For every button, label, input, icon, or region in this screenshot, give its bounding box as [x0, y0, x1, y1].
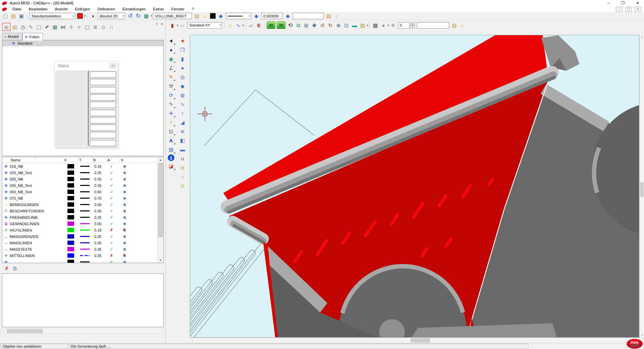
style-folder-icon[interactable]: ▤ [325, 12, 332, 20]
visible-eye-icon[interactable]: ◉ [120, 247, 133, 251]
iso-box-button[interactable]: ◇ [100, 23, 107, 31]
edit-page-button[interactable]: ▢ [35, 23, 43, 31]
visible-eye-icon[interactable]: ◉ [120, 209, 133, 213]
mdi-restore-button[interactable]: ❐ [625, 7, 632, 12]
mdi-close-button[interactable]: ✕ [635, 7, 641, 12]
layer-color-swatch[interactable] [67, 253, 74, 258]
render-mode-button[interactable]: ▧ [359, 21, 366, 29]
zoom-plane-button[interactable]: ⧉ [294, 21, 302, 29]
grid-settings-button[interactable]: ▩ [143, 12, 150, 20]
viewport-scroll-up-icon[interactable]: ˄ [640, 35, 644, 40]
layer-row[interactable]: ≣GEWINDELINIEN0.00✓◉ [2, 220, 163, 227]
pan-hand-button[interactable]: ✥ [311, 21, 318, 29]
history-button[interactable]: ◷ [19, 23, 26, 31]
viewport-scroll-down-icon[interactable]: ˅ [640, 333, 644, 338]
solid-spring-tool[interactable]: ≋ [178, 127, 187, 136]
active-check-icon[interactable]: ✓ [106, 164, 120, 169]
solid-wedge-tool[interactable]: ◢ [178, 118, 187, 127]
boolean-common-tool[interactable]: ⊙ [178, 182, 187, 190]
line-style-combo[interactable]: ˅ [226, 13, 251, 19]
workplane-erase-button[interactable]: ▱ [247, 21, 255, 29]
active-check-icon[interactable]: ✓ [106, 177, 120, 182]
view-3d-button[interactable]: 3D [277, 21, 285, 29]
menu-item-2[interactable]: Ansicht [55, 7, 67, 11]
layer-linetype-sample[interactable] [80, 230, 90, 231]
solid-loft-tool[interactable]: ≀ [178, 109, 187, 117]
layer-linetype-sample[interactable] [80, 172, 90, 173]
centerline-tool[interactable]: ✛ [167, 109, 175, 117]
hidden-eye-icon[interactable]: ◉✕ [120, 228, 133, 232]
panel-collapse-icon[interactable]: ˅ [156, 22, 158, 26]
spinner-up-icon[interactable]: ▲ [410, 22, 415, 26]
col-color[interactable]: F [63, 157, 78, 163]
layer-row[interactable]: ❖070_NB0.70✓◉ [2, 195, 163, 201]
layer-row[interactable]: ✎BESCHRIFTUNGEN0.35✓◉ [2, 208, 163, 214]
chevron-down-icon[interactable]: ▾ [177, 24, 178, 27]
layer-color-swatch[interactable] [67, 202, 74, 207]
screw-button[interactable]: ≣ [92, 23, 99, 31]
modify-tools-tool[interactable]: ⚒ [167, 82, 175, 90]
table-scrollbar[interactable]: ▲ ▼ [157, 157, 163, 263]
layer-color-swatch[interactable] [67, 164, 74, 168]
current-color-button[interactable]: ▾ [76, 13, 86, 19]
viewport-scroll-left-icon[interactable]: ‹ [190, 338, 195, 343]
viewport-vscroll-thumb[interactable] [640, 182, 644, 197]
select-region-button[interactable]: ▣ [2, 23, 10, 31]
zoom-previous-button[interactable]: ↺ [319, 21, 326, 29]
layer-color-swatch[interactable] [67, 170, 74, 175]
boolean-subtract-tool[interactable]: ⊖ [178, 163, 187, 172]
grid-settings-button-group[interactable]: ▩▾ [142, 12, 152, 20]
chevron-down-icon[interactable]: ▾ [84, 14, 86, 17]
visible-eye-icon[interactable]: ◉ [120, 170, 133, 175]
layer-color-swatch[interactable] [67, 215, 74, 219]
layer-color-swatch[interactable] [67, 247, 74, 251]
contrast-display-icon[interactable]: ◑ [89, 12, 96, 20]
panel-close-icon[interactable]: ✕ [161, 22, 163, 26]
layer-color-swatch[interactable] [67, 221, 74, 226]
message-box[interactable] [2, 273, 164, 327]
solid-torus-tool[interactable]: ◎ [178, 73, 187, 81]
layer-color-swatch[interactable] [67, 183, 74, 188]
attribute-field[interactable] [293, 13, 324, 19]
wire-cube-button[interactable]: ▢ [84, 23, 91, 31]
workplane-icon[interactable]: ▱ [178, 21, 186, 29]
active-check-icon[interactable]: ✓ [106, 202, 120, 207]
table-scroll-thumb[interactable] [158, 163, 163, 237]
chevron-down-icon[interactable]: ˅ [121, 14, 124, 18]
layer-row[interactable]: ❖025_NB_Text0.25✓◉ [2, 169, 163, 176]
layer-row[interactable]: ✛MITTELLINIEN0.35✗◉✕ [2, 252, 163, 259]
col-linetype[interactable]: T [78, 157, 92, 163]
viewport-vscrollbar[interactable]: ˄ ˅ [639, 35, 644, 338]
helper-pencil-button[interactable]: ✐ [43, 23, 51, 31]
active-check-icon[interactable]: ✓ [106, 247, 120, 252]
regenerate-tool[interactable]: ⟳ [167, 91, 175, 99]
pen-color-swatch[interactable] [210, 13, 216, 19]
scroll-down-icon[interactable]: ▼ [158, 257, 163, 263]
render-roller-button[interactable]: ▬ [351, 21, 358, 29]
info-tool[interactable]: ℹ [168, 154, 174, 161]
boolean-intersect-tool[interactable]: ∩ [178, 172, 187, 181]
scene-assistant-icon[interactable]: ☼ [459, 21, 466, 29]
viewport-hscroll-thumb[interactable] [411, 338, 430, 343]
chevron-down-icon[interactable]: ▾ [367, 24, 368, 27]
layer-color-swatch[interactable] [67, 190, 74, 194]
status-close-icon[interactable]: ✕ [110, 63, 116, 68]
layer-linetype-sample[interactable] [80, 249, 90, 250]
panel-scroll-thumb[interactable] [7, 329, 43, 333]
hidden-eye-icon[interactable]: ◉✕ [120, 253, 133, 258]
minimize-button[interactable]: – [607, 1, 609, 5]
section-view-button[interactable]: ▦ [51, 23, 59, 31]
layer-row[interactable]: ↔MASSTEXTE0.35✓◉ [2, 246, 163, 252]
deselect-layers-button[interactable]: ✗ [3, 264, 10, 272]
chevron-down-icon[interactable]: ˅ [218, 23, 221, 27]
layer-row[interactable]: ↔MASSLINIEN0.35✓◉ [2, 240, 163, 246]
active-check-icon[interactable]: ✓ [106, 240, 120, 245]
mirror-button[interactable]: ⋈ [59, 23, 67, 31]
layer-linetype-sample[interactable] [80, 261, 90, 262]
active-check-icon[interactable]: ✓ [106, 221, 120, 226]
direction-arrow-tool[interactable]: ➤ [178, 37, 187, 45]
layer-linetype-sample[interactable] [80, 236, 90, 237]
visible-eye-icon[interactable]: ◉ [120, 260, 133, 263]
visible-eye-icon[interactable]: ◉ [120, 196, 133, 200]
viewport-3d[interactable] [190, 35, 639, 338]
